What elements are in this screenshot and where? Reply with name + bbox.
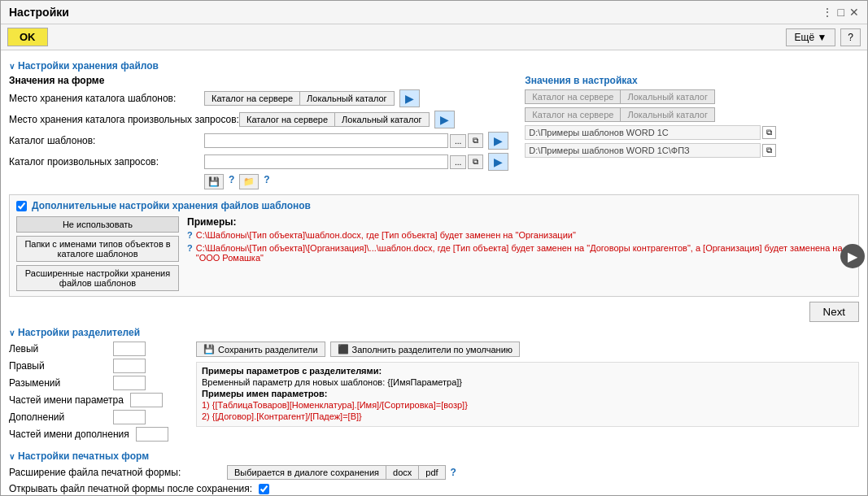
template-copy-btn[interactable]: ⧉ (468, 133, 483, 148)
query-path-field[interactable]: D:\Примеры шаблонов WORD 1С\ФПЗ (204, 154, 448, 169)
toolbar: OK Ещё ▼ ? (1, 24, 867, 50)
nav-next-arrow[interactable]: ▶ (840, 244, 865, 268)
delim-additions-input[interactable]: И (113, 410, 146, 424)
save-delimiters-btn[interactable]: 💾 Сохранить разделители (196, 342, 325, 357)
example2: ? С:\Шаблоны\[Тип объекта]\[Организация]… (187, 243, 852, 263)
additional-checkbox[interactable] (16, 201, 27, 211)
right-btn-local-1[interactable]: Локальный каталог (620, 89, 714, 104)
right-btn-local-2[interactable]: Локальный каталог (620, 107, 714, 122)
right-template-copy[interactable]: ⧉ (762, 126, 776, 139)
q-example2: ? (187, 243, 193, 263)
save-icon-btn[interactable]: 💾 (204, 174, 224, 189)
btn-docx[interactable]: docx (386, 465, 418, 480)
example1-text: С:\Шаблоны\[Тип объекта]\шаблон.docx, гд… (196, 230, 576, 240)
close-icon[interactable]: ✕ (849, 6, 859, 19)
additional-header: Дополнительные настройки хранения файлов… (16, 200, 852, 211)
content-area: Настройки хранения файлов Значения на фо… (1, 50, 867, 495)
example2-text: С:\Шаблоны\[Тип объекта]\[Организация]\.… (196, 243, 852, 263)
q-icon-2[interactable]: ? (264, 174, 269, 189)
delim-right-input[interactable]: } (113, 359, 146, 373)
arrow-btn-1[interactable]: ▶ (399, 89, 420, 107)
right-template-path: D:\Примеры шаблонов WORD 1С ⧉ (525, 125, 859, 140)
arrow-btn-3[interactable]: ▶ (488, 132, 508, 150)
right-btn-server-2[interactable]: Каталог на сервере (525, 107, 620, 122)
row-catalog-server1: Место хранения каталога шаблонов: Катало… (9, 89, 508, 107)
delim-row-right: Правый } (9, 359, 188, 373)
section-file-storage[interactable]: Настройки хранения файлов (9, 60, 859, 72)
query-browse-btn[interactable]: ... (450, 155, 466, 169)
right-btns1: Каталог на сервере Локальный каталог (525, 89, 715, 104)
left-col: Значения на форме Место хранения каталог… (9, 75, 508, 189)
right-col: Значения в настройках Каталог на сервере… (525, 75, 859, 189)
print-row-open: Открывать файл печатной формы после сохр… (9, 483, 859, 494)
folder-icon-btn[interactable]: 📁 (239, 174, 259, 189)
btn-pdf[interactable]: pdf (418, 465, 445, 480)
query-copy-btn[interactable]: ⧉ (468, 154, 483, 169)
form-values-label: Значения на форме (9, 75, 508, 86)
q-icon-1[interactable]: ? (229, 174, 234, 189)
maximize-icon[interactable]: □ (838, 6, 844, 19)
btn-folders[interactable]: Папки с именами типов объектов в каталог… (16, 236, 179, 262)
menu-icon[interactable]: ⋮ (822, 6, 833, 19)
template-path-input: D:\Примеры шаблонов WORD 1С ... ⧉ (204, 133, 483, 148)
extension-label: Расширение файла печатной формы: (9, 467, 220, 478)
delim-param-part-label: Частей имени параметра (9, 394, 124, 406)
label-catalog-server2: Место хранения каталога произвольных зап… (9, 114, 239, 125)
delim-addition-part-input[interactable]: Н (136, 427, 168, 442)
delim-row-addition-part: Частей имени дополнения Н (9, 427, 188, 442)
template-browse-btn[interactable]: ... (450, 134, 466, 148)
section-print-forms[interactable]: Настройки печатных форм (9, 450, 859, 462)
delim-right-label: Правый (9, 360, 107, 372)
additional-title: Дополнительные настройки хранения файлов… (32, 200, 311, 211)
delim-buttons-row: 💾 Сохранить разделители ⬛ Заполнить разд… (196, 342, 859, 357)
examples-header: Примеры параметров с разделителями: (202, 366, 853, 376)
label-templates: Каталог шаблонов: (9, 135, 204, 146)
delim-param-part-input[interactable]: | (130, 393, 163, 407)
extension-buttons: Выбирается в диалоге сохранения docx pdf… (227, 465, 456, 480)
label-catalog-server1: Место хранения каталога шаблонов: (9, 93, 204, 104)
btn-local-1[interactable]: Локальный каталог (299, 91, 394, 106)
delim-left-label: Левый (9, 343, 107, 355)
template-path-field[interactable]: D:\Примеры шаблонов WORD 1С (204, 133, 448, 148)
delim-row-additions: Дополнений И (9, 410, 188, 424)
help-button[interactable]: ? (840, 28, 861, 46)
right-btns2: Каталог на сервере Локальный каталог (525, 107, 715, 122)
param-examples-box: Примеры параметров с разделителями: Врем… (196, 362, 859, 427)
additional-buttons: Не использовать Папки с именами типов об… (16, 216, 179, 291)
delimiters-right: 💾 Сохранить разделители ⬛ Заполнить разд… (196, 342, 859, 444)
btn-extended[interactable]: Расширенные настройки хранения файлов ша… (16, 265, 179, 291)
right-query-copy[interactable]: ⧉ (762, 144, 776, 157)
storage-columns: Значения на форме Место хранения каталог… (9, 75, 859, 189)
delim-row-param-part: Частей имени параметра | (9, 393, 188, 407)
section-delimiters[interactable]: Настройки разделителей (9, 327, 859, 338)
ok-button[interactable]: OK (7, 28, 48, 46)
delim-rename-input[interactable]: : (113, 376, 146, 390)
fill-delimiters-btn[interactable]: ⬛ Заполнить разделители по умолчанию (330, 342, 520, 357)
fill-icon: ⬛ (338, 344, 349, 355)
catalog-server-btns1: Каталог на сервере Локальный каталог (204, 91, 395, 106)
arrow-btn-2[interactable]: ▶ (434, 111, 455, 128)
label-queries: Каталог произвольных запросов: (9, 156, 204, 168)
arrow-btn-4[interactable]: ▶ (488, 153, 508, 171)
example-temp: Временный параметр для новых шаблонов: {… (202, 377, 853, 387)
more-button[interactable]: Ещё ▼ (786, 28, 836, 46)
open-after-checkbox[interactable] (259, 484, 269, 494)
btn-server-1[interactable]: Каталог на сервере (204, 91, 299, 106)
next-button[interactable]: Next (809, 302, 859, 322)
right-btn-server-1[interactable]: Каталог на сервере (525, 89, 620, 104)
btn-local-2[interactable]: Локальный каталог (334, 112, 429, 127)
examples-label: Примеры: (187, 216, 852, 228)
btn-not-use[interactable]: Не использовать (16, 216, 179, 233)
additional-content: Не использовать Папки с именами типов об… (16, 216, 852, 291)
delim-left-input[interactable]: { (113, 342, 146, 356)
print-help-icon[interactable]: ? (451, 467, 456, 478)
row-catalog-server2: Место хранения каталога произвольных зап… (9, 111, 508, 128)
delim-additions-label: Дополнений (9, 411, 107, 423)
q-example1: ? (187, 230, 193, 240)
btn-server-2[interactable]: Каталог на сервере (239, 112, 334, 127)
btn-dialog[interactable]: Выбирается в диалоге сохранения (227, 465, 386, 480)
right-template-text: D:\Примеры шаблонов WORD 1С (525, 125, 761, 140)
examples-box: Примеры: ? С:\Шаблоны\[Тип объекта]\шабл… (187, 216, 852, 291)
open-after-label: Открывать файл печатной формы после сохр… (9, 483, 252, 494)
example-p2: 2) {[Договор].[Контрагент]/[Падеж]=[B]} (202, 411, 853, 421)
